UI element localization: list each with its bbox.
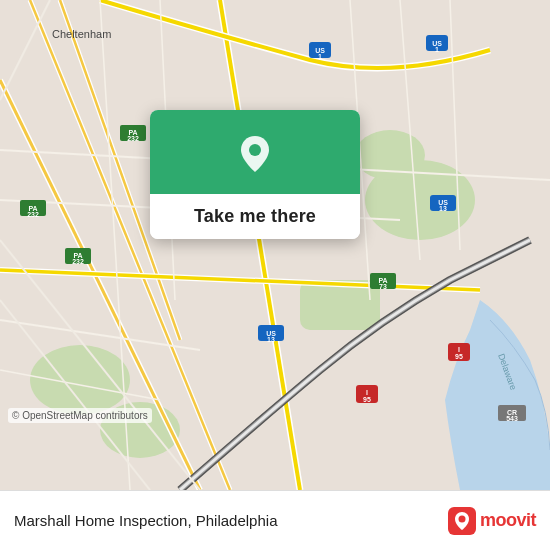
svg-text:543: 543: [506, 415, 518, 422]
moovit-text: moovit: [480, 510, 536, 531]
take-me-there-label: Take me there: [194, 206, 316, 227]
svg-text:13: 13: [439, 205, 447, 212]
svg-point-65: [458, 515, 465, 522]
card-label-area[interactable]: Take me there: [150, 194, 360, 239]
svg-text:1: 1: [435, 46, 439, 53]
svg-text:I: I: [366, 389, 368, 396]
svg-text:232: 232: [127, 135, 139, 142]
svg-text:1: 1: [318, 53, 322, 60]
business-name: Marshall Home Inspection, Philadelphia: [14, 512, 448, 529]
svg-text:95: 95: [363, 396, 371, 403]
svg-text:232: 232: [27, 211, 39, 218]
moovit-logo: moovit: [448, 507, 536, 535]
osm-credit: © OpenStreetMap contributors: [8, 408, 152, 423]
svg-text:95: 95: [455, 353, 463, 360]
moovit-icon: [448, 507, 476, 535]
svg-text:73: 73: [379, 283, 387, 290]
map-container: US 1 US 1 PA 232 PA 232 PA 232 US 13 US …: [0, 0, 550, 490]
location-pin-icon: [233, 132, 277, 176]
bottom-bar: Marshall Home Inspection, Philadelphia m…: [0, 490, 550, 550]
svg-text:Cheltenham: Cheltenham: [52, 28, 111, 40]
svg-text:13: 13: [267, 336, 275, 343]
card-green-header: [150, 110, 360, 194]
svg-point-63: [249, 144, 261, 156]
svg-text:I: I: [458, 346, 460, 353]
take-me-there-card[interactable]: Take me there: [150, 110, 360, 239]
svg-text:232: 232: [72, 258, 84, 265]
